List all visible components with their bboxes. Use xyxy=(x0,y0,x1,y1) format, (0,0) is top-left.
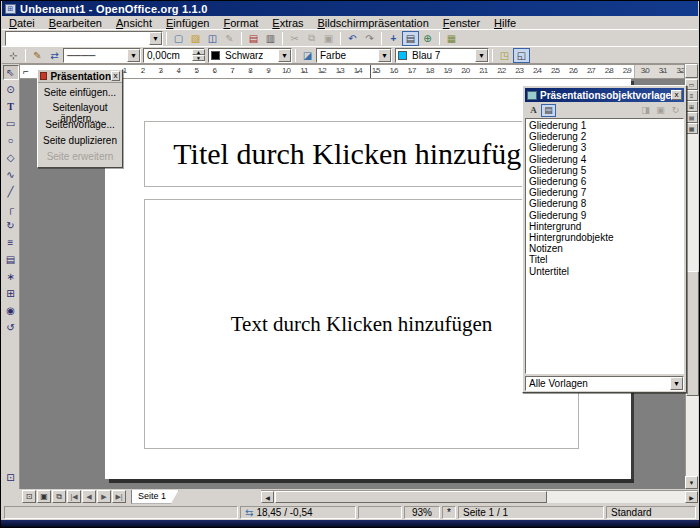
stylist-titlebar[interactable]: Präsentationsobjektvorlagen x xyxy=(525,88,684,102)
horizontal-scrollbar-thumb[interactable] xyxy=(275,491,547,503)
scroll-down-icon[interactable]: ▼ xyxy=(685,476,698,489)
page-template-field[interactable]: Standard xyxy=(606,506,696,519)
open-file-icon[interactable]: ▨ xyxy=(187,31,204,46)
effects-tool-icon[interactable]: ∗ xyxy=(3,269,19,284)
scroll-right-icon[interactable]: ▶ xyxy=(685,491,698,503)
zoom-level-field[interactable]: 93% xyxy=(404,506,440,519)
line-color-combobox[interactable]: Schwarz ▼ xyxy=(208,48,292,63)
style-list-item[interactable]: Gliederung 3 xyxy=(527,142,683,153)
next-page-button[interactable]: ▶ xyxy=(97,490,111,503)
print-icon[interactable]: ▥ xyxy=(262,31,279,46)
curve-tool-icon[interactable]: ∿ xyxy=(3,167,19,182)
style-list-item[interactable]: Gliederung 2 xyxy=(527,131,683,142)
spin-down-icon[interactable]: ▼ xyxy=(192,55,205,61)
first-page-button[interactable]: |◀ xyxy=(67,490,81,503)
style-list-item[interactable]: Gliederung 1 xyxy=(527,120,683,131)
connector-tool-icon[interactable]: ┌ xyxy=(3,201,19,216)
style-list-item[interactable]: Gliederung 6 xyxy=(527,176,683,187)
line-style-dropdown-icon[interactable]: ▼ xyxy=(127,49,140,62)
scroll-left-icon[interactable]: ◀ xyxy=(261,491,274,503)
fill-color-combobox[interactable]: Blau 7 ▼ xyxy=(395,48,489,63)
ruler-margin-line[interactable] xyxy=(370,65,371,79)
stylist-window[interactable]: Präsentationsobjektvorlagen x A ▤ ◨ ▣ ↻ … xyxy=(522,85,687,393)
text-tool-icon[interactable]: T xyxy=(3,99,19,114)
alignment-tool-icon[interactable]: ≡ xyxy=(3,235,19,250)
zoom-tool-icon[interactable]: ⊙ xyxy=(3,82,19,97)
undo-icon[interactable]: ↶ xyxy=(344,31,361,46)
style-list-item[interactable]: Hintergrund xyxy=(527,221,683,232)
style-filter-dropdown-icon[interactable]: ▼ xyxy=(670,377,683,390)
title-bar[interactable]: ⊞ Unbenannt1 - OpenOffice.org 1.1.0 xyxy=(2,1,698,16)
new-document-icon[interactable]: ▢ xyxy=(170,31,187,46)
insert-slide-button[interactable]: Seite einfügen... xyxy=(38,83,122,99)
fill-format-mode-icon[interactable]: ◨ xyxy=(638,104,653,117)
insert-tool-icon[interactable]: ⊞ xyxy=(3,286,19,301)
horizontal-scrollbar-track[interactable]: ◀ ▶ xyxy=(261,490,698,503)
line-color-dropdown-icon[interactable]: ▼ xyxy=(278,49,291,62)
style-list-item[interactable]: Gliederung 9 xyxy=(527,210,683,221)
navigator-icon[interactable]: ⊕ xyxy=(419,31,436,46)
vertical-scrollbar-thumb[interactable] xyxy=(686,271,699,396)
presentation-styles-icon[interactable]: ▤ xyxy=(541,104,556,117)
menu-datei[interactable]: Datei xyxy=(2,16,42,30)
new-style-icon[interactable]: ▣ xyxy=(653,104,668,117)
presentation-palette-titlebar[interactable]: Präsentation x xyxy=(38,70,122,83)
animation-tool-icon[interactable]: ↺ xyxy=(3,320,19,335)
title-placeholder[interactable]: Titel durch Klicken hinzufügen xyxy=(144,121,579,187)
interaction-tool-icon[interactable]: ◉ xyxy=(3,303,19,318)
redo-icon[interactable]: ↷ xyxy=(361,31,378,46)
text-placeholder[interactable]: Text durch Klicken hinzufügen xyxy=(144,199,579,449)
menu-extras[interactable]: Extras xyxy=(265,16,310,30)
style-list-item[interactable]: Gliederung 8 xyxy=(527,198,683,209)
edit-file-icon[interactable]: ✎ xyxy=(221,31,238,46)
url-dropdown-icon[interactable]: ▼ xyxy=(149,32,162,45)
fill-type-combobox[interactable]: Farbe ▼ xyxy=(316,48,392,63)
update-style-icon[interactable]: ↻ xyxy=(668,104,683,117)
gluepoints-tool-icon[interactable]: ⊡ xyxy=(3,470,19,485)
menu-bildschirmpraesentation[interactable]: Bildschirmpräsentation xyxy=(311,16,436,30)
previous-page-button[interactable]: ◀ xyxy=(82,490,96,503)
arrow-style-icon[interactable]: ⇄ xyxy=(46,48,63,63)
expand-slide-button[interactable]: Seite erweitern xyxy=(38,147,122,163)
stylist-toggle-icon[interactable]: ▤ xyxy=(402,31,419,46)
master-mode-button[interactable]: ▣ xyxy=(37,490,51,503)
copy-icon[interactable]: ⧉ xyxy=(303,31,320,46)
style-list-item[interactable]: Gliederung 4 xyxy=(527,154,683,165)
menu-fenster[interactable]: Fenster xyxy=(436,16,487,30)
page-mode-button[interactable]: ⊡ xyxy=(22,490,36,503)
fill-color-dropdown-icon[interactable]: ▼ xyxy=(475,49,488,62)
style-list-item[interactable]: Gliederung 7 xyxy=(527,187,683,198)
preview-icon[interactable]: ◱ xyxy=(513,48,530,63)
ellipse-tool-icon[interactable]: ○ xyxy=(3,133,19,148)
edit-points-icon[interactable]: ⊹ xyxy=(5,48,22,63)
gallery-icon[interactable]: ▦ xyxy=(443,31,460,46)
menu-hilfe[interactable]: Hilfe xyxy=(487,16,523,30)
page-tab-seite1[interactable]: Seite 1 xyxy=(131,490,179,504)
spinner-buttons[interactable]: ▲ ▼ xyxy=(192,49,204,61)
duplicate-slide-button[interactable]: Seite duplizieren xyxy=(38,131,122,147)
ruler-origin-icon[interactable]: ⌐ xyxy=(23,66,29,77)
object3d-tool-icon[interactable]: ◇ xyxy=(3,150,19,165)
select-tool-icon[interactable]: ⇖ xyxy=(3,65,19,80)
save-icon[interactable]: ◫ xyxy=(204,31,221,46)
line-style-combobox[interactable]: ──── ▼ xyxy=(63,48,141,63)
ruler-corner-button[interactable] xyxy=(685,64,698,78)
fill-style-icon[interactable]: ◪ xyxy=(299,48,316,63)
style-filter-combobox[interactable]: Alle Vorlagen ▼ xyxy=(525,376,684,391)
rectangle-tool-icon[interactable]: ▭ xyxy=(3,116,19,131)
close-icon[interactable]: x xyxy=(671,90,682,100)
url-combobox[interactable]: ▼ xyxy=(5,31,163,46)
style-list-item[interactable]: Untertitel xyxy=(527,266,683,277)
paste-icon[interactable]: ▣ xyxy=(320,31,337,46)
line-tool-icon[interactable]: ╱ xyxy=(3,184,19,199)
style-list-item[interactable]: Gliederung 5 xyxy=(527,165,683,176)
style-list-item[interactable]: Titel xyxy=(527,254,683,265)
menu-format[interactable]: Format xyxy=(216,16,265,30)
style-list-item[interactable]: Notizen xyxy=(527,243,683,254)
fill-type-dropdown-icon[interactable]: ▼ xyxy=(378,49,391,62)
last-page-button[interactable]: ▶| xyxy=(112,490,126,503)
style-list-item[interactable]: Hintergrundobjekte xyxy=(527,232,683,243)
cut-icon[interactable]: ✂ xyxy=(286,31,303,46)
arrange-tool-icon[interactable]: ▤ xyxy=(3,252,19,267)
presentation-palette[interactable]: Präsentation x Seite einfügen... Seitenl… xyxy=(37,69,123,168)
